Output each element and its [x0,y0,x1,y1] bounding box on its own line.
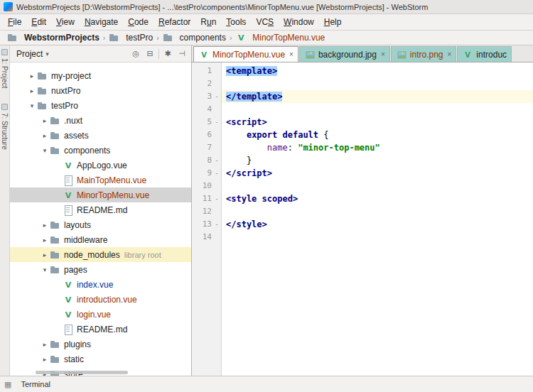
main-area: 1: Project 7: Structure Project my-proje… [0,45,533,376]
menu-item-code[interactable]: Code [123,15,154,29]
collapse-all-icon[interactable] [144,48,156,60]
code-line: 4 [192,103,533,116]
tree-item-my-project[interactable]: my-project [10,68,191,83]
project-tree: my-project nuxtPro testPro .nuxt assets … [10,62,191,376]
menu-item-view[interactable]: View [51,15,80,29]
project-tool-icon[interactable] [1,49,8,55]
chevron-right-icon[interactable] [40,236,50,244]
settings-gear-icon[interactable] [162,48,173,60]
folder-icon [50,145,61,156]
chevron-right-icon[interactable] [40,132,50,139]
folder-icon [37,85,48,97]
tree-item-static[interactable]: static [10,352,191,366]
tree-item-middleware[interactable]: middleware [10,232,191,247]
code-line: 2 [192,77,533,90]
tree-item-components[interactable]: components [10,143,191,158]
editor-pane: MinorTopMenu.vue background.jpg intro.pn… [192,45,533,376]
tree-item-maintopmenu-vue[interactable]: MainTopMenu.vue [10,173,191,187]
tree-item-plugins[interactable]: plugins [10,337,191,352]
tree-item-node-modules[interactable]: node_moduleslibrary root [10,247,191,262]
tool-window-toggle-icon[interactable] [4,380,11,389]
chevron-down-icon[interactable] [27,102,37,109]
project-view-dropdown[interactable]: Project [14,48,52,60]
tab-background-jpg[interactable]: background.jpg [299,46,390,62]
fold-marker-icon[interactable] [212,65,222,77]
menu-item-tools[interactable]: Tools [221,15,251,29]
tool-window-button-terminal[interactable]: Terminal [17,379,54,390]
code-line-caret: 3-</template> [192,90,533,103]
tab-intro-png[interactable]: intro.png [391,46,457,62]
tree-item-nuxt[interactable]: .nuxt [10,113,191,128]
vue-file-icon [63,294,74,305]
code-line: 14 [192,231,533,244]
vue-file-icon [63,160,74,171]
breadcrumb-webstormprojects[interactable]: WebstormProjects [4,32,102,43]
image-file-icon [397,49,407,59]
breadcrumb-components[interactable]: components [160,32,229,43]
folder-icon [50,130,61,141]
folder-icon [50,234,61,246]
folder-icon [37,100,48,111]
menu-item-window[interactable]: Window [279,15,319,29]
folder-icon [109,32,120,43]
folder-icon [163,32,174,43]
code-lines: 1<template> 2 3-</template> 4 5-<script>… [192,62,533,244]
tool-window-button-project[interactable]: 1: Project [1,58,9,88]
chevron-right-icon[interactable] [40,222,50,229]
tree-item-layouts[interactable]: layouts [10,217,191,232]
tab-minortopmenu-vue[interactable]: MinorTopMenu.vue [193,46,298,62]
chevron-right-icon[interactable] [40,341,50,348]
vue-file-icon [63,190,74,201]
menu-item-navigate[interactable]: Navigate [80,15,123,29]
menu-item-edit[interactable]: Edit [26,15,51,29]
chevron-right-icon[interactable] [40,117,50,124]
tree-item-assets[interactable]: assets [10,128,191,143]
tree-item-nuxtpro[interactable]: nuxtPro [10,83,191,98]
structure-tool-icon[interactable] [1,104,8,110]
tree-item-testpro[interactable]: testPro [10,98,191,113]
tree-item-readme-components[interactable]: README.md [10,202,191,217]
locate-file-icon[interactable] [130,48,141,60]
tree-item-readme-pages[interactable]: README.md [10,322,191,337]
close-tab-icon[interactable] [289,50,294,58]
breadcrumb-minortopmenu[interactable]: MinorTopMenu.vue [232,32,328,43]
tree-item-pages[interactable]: pages [10,262,191,277]
vue-file-icon [199,49,209,59]
tree-item-minortopmenu-vue[interactable]: MinorTopMenu.vue [10,187,191,202]
folder-icon [50,249,61,261]
close-tab-icon[interactable] [381,50,385,58]
code-editor[interactable]: 1<template> 2 3-</template> 4 5-<script>… [192,62,533,376]
fold-marker-icon[interactable]: - [212,90,222,103]
menu-item-vcs[interactable]: VCS [251,15,279,29]
folder-icon [50,264,61,276]
chevron-right-icon[interactable] [40,356,50,363]
tool-window-button-structure[interactable]: 7: Structure [1,113,9,150]
fold-marker-icon[interactable]: - [212,192,222,205]
menu-item-run[interactable]: Run [195,15,221,29]
menu-item-help[interactable]: Help [319,15,347,29]
chevron-right-icon[interactable] [27,72,37,80]
close-tab-icon[interactable] [448,50,452,58]
tree-item-index-vue[interactable]: index.vue [10,277,191,292]
webstorm-logo-icon [4,2,13,11]
tree-item-applogo-vue[interactable]: AppLogo.vue [10,158,191,173]
chevron-right-icon[interactable] [40,251,50,258]
tree-item-introduction-vue[interactable]: introduction.vue [10,292,191,307]
breadcrumb-testpro[interactable]: testPro [106,32,156,43]
horizontal-scrollbar[interactable] [36,371,128,374]
fold-marker-icon[interactable]: - [212,167,222,180]
chevron-down-icon[interactable] [40,266,50,273]
code-line: 13-</style> [192,218,533,231]
fold-marker-icon[interactable]: - [212,116,222,129]
chevron-down-icon[interactable] [40,147,50,154]
image-file-icon [305,49,315,59]
tab-introduction-vue[interactable]: introduc [457,46,512,62]
menu-item-file[interactable]: File [3,15,26,29]
hide-panel-icon[interactable] [176,48,188,60]
title-bar: WebstormProjects [D:\WebstormProjects] -… [0,0,533,14]
menu-item-refactor[interactable]: Refactor [154,15,195,29]
fold-marker-icon[interactable]: - [212,218,222,231]
tree-item-login-vue[interactable]: login.vue [10,307,191,322]
chevron-right-icon[interactable] [27,87,37,94]
fold-marker-icon[interactable]: - [212,154,222,167]
